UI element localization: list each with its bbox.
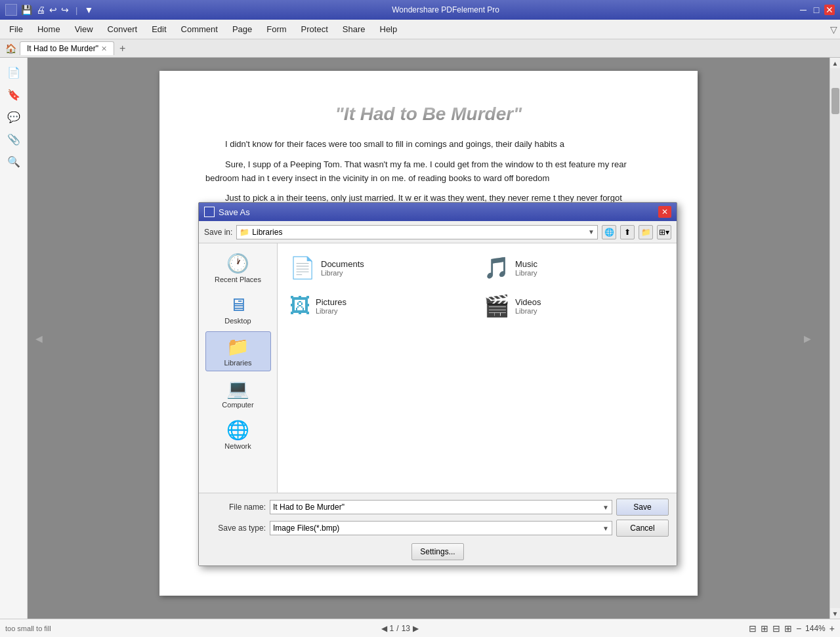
menu-page[interactable]: Page (226, 22, 259, 37)
tab-close-btn[interactable]: ✕ (101, 45, 107, 53)
menu-convert[interactable]: Convert (101, 22, 144, 37)
scroll-thumb[interactable] (831, 88, 839, 114)
file-item-music[interactable]: 🎵 Music Library (480, 251, 669, 284)
nav-recent-places[interactable]: 🕐 Recent Places (205, 249, 271, 287)
view-options-btn[interactable]: ⊞▾ (657, 225, 671, 239)
file-item-pictures[interactable]: 🖼 Pictures Library (285, 289, 474, 322)
view-icon-3[interactable]: ⊟ (772, 623, 780, 634)
cancel-button[interactable]: Cancel (616, 520, 669, 537)
nav-libraries[interactable]: 📁 Libraries (205, 331, 271, 371)
nav-libraries-label: Libraries (224, 359, 251, 367)
dialog-body: 🕐 Recent Places 🖥 Desktop 📁 Libraries (199, 243, 677, 493)
documents-info: Documents Library (321, 259, 364, 277)
file-name-value: It Had to Be Murder" (273, 503, 345, 512)
minimize-button[interactable]: ─ (798, 5, 808, 15)
title-bar: 💾 🖨 ↩ ↪ | ▼ Wondershare PDFelement Pro ─… (0, 0, 840, 20)
documents-type: Library (321, 269, 364, 277)
menu-protect[interactable]: Protect (295, 22, 335, 37)
file-name-input[interactable]: It Had to Be Murder" ▼ (270, 500, 612, 514)
tab-label: It Had to Be Murder" (27, 44, 98, 53)
save-type-dropdown[interactable]: Image Files(*.bmp) ▼ (270, 521, 612, 535)
toolbar-icon-redo[interactable]: ↪ (61, 5, 69, 15)
view-icon-1[interactable]: ⊟ (749, 623, 757, 634)
zoom-minus-btn[interactable]: − (796, 623, 801, 634)
music-name: Music (515, 259, 537, 269)
computer-icon: 💻 (226, 378, 249, 400)
tab-bar: 🏠 It Had to Be Murder" ✕ + (0, 39, 840, 58)
pictures-icon: 🖼 (289, 294, 310, 318)
file-item-videos[interactable]: 🎬 Videos Library (480, 289, 669, 322)
menu-share[interactable]: Share (336, 22, 372, 37)
zoom-level: 144% (805, 624, 826, 633)
comment-tool-btn[interactable]: 💬 (5, 108, 23, 126)
file-name-arrow: ▼ (602, 504, 609, 511)
toolbar-icon-save[interactable]: 💾 (21, 5, 32, 15)
nav-panel: 🕐 Recent Places 🖥 Desktop 📁 Libraries (199, 243, 278, 493)
menu-form[interactable]: Form (260, 22, 293, 37)
save-type-label: Save as type: (207, 524, 266, 533)
page-total: 13 (402, 624, 410, 633)
document-area: ◀ "It Had to Be Murder" I didn't know fo… (28, 58, 830, 619)
nav-network[interactable]: 🌐 Network (205, 415, 271, 454)
toolbar-dropdown[interactable]: ▼ (84, 5, 93, 15)
nav-desktop[interactable]: 🖥 Desktop (205, 290, 271, 329)
toolbar-icon-print[interactable]: 🖨 (36, 5, 45, 15)
videos-name: Videos (515, 297, 541, 307)
desktop-icon: 🖥 (229, 294, 247, 316)
menu-comment[interactable]: Comment (175, 22, 224, 37)
right-scrollbar: ▲ ▼ (830, 58, 840, 619)
file-name-label: File name: (207, 503, 266, 512)
save-type-row: Save as type: Image Files(*.bmp) ▼ Cance… (207, 520, 669, 537)
app-title: Wondershare PDFelement Pro (93, 5, 798, 14)
settings-button[interactable]: Settings... (411, 543, 463, 560)
save-button[interactable]: Save (616, 499, 669, 516)
menu-file[interactable]: File (3, 22, 30, 37)
menu-edit[interactable]: Edit (145, 22, 173, 37)
prev-page-arrow[interactable]: ◀ (381, 624, 387, 633)
search-tool-btn[interactable]: 🔍 (5, 152, 23, 171)
maximize-button[interactable]: □ (811, 5, 822, 15)
nav-computer[interactable]: 💻 Computer (205, 374, 271, 413)
menu-help[interactable]: Help (373, 22, 404, 37)
view-icon-2[interactable]: ⊞ (761, 623, 768, 634)
new-tab-btn[interactable]: + (116, 41, 129, 56)
folder-icon-sm: 📁 (240, 228, 249, 237)
close-button[interactable]: ✕ (824, 5, 835, 15)
bookmark-tool-btn[interactable]: 🔖 (5, 85, 23, 104)
dialog-footer: File name: It Had to Be Murder" ▼ Save S… (199, 493, 677, 565)
nav-up-btn[interactable]: ⬆ (620, 225, 635, 239)
pictures-type: Library (316, 307, 346, 315)
videos-info: Videos Library (515, 297, 541, 315)
music-icon: 🎵 (484, 255, 510, 280)
save-type-arrow: ▼ (602, 525, 609, 532)
next-page-arrow[interactable]: ▶ (413, 624, 419, 633)
main-area: 📄 🔖 💬 📎 🔍 ◀ "It Had to Be Murder" I didn… (0, 58, 840, 619)
create-folder-btn[interactable]: 📁 (639, 225, 653, 239)
settings-row: Settings... (207, 541, 669, 560)
status-text: too small to fill (5, 625, 51, 632)
menu-view[interactable]: View (68, 22, 100, 37)
scroll-down-btn[interactable]: ▼ (830, 608, 841, 619)
page-tool-btn[interactable]: 📄 (5, 63, 23, 81)
nav-network-label: Network (224, 442, 251, 450)
save-in-dropdown[interactable]: 📁 Libraries ▼ (236, 225, 598, 239)
attachment-tool-btn[interactable]: 📎 (5, 130, 23, 148)
menu-home[interactable]: Home (31, 22, 67, 37)
dialog-close-btn[interactable]: ✕ (658, 206, 671, 218)
zoom-plus-btn[interactable]: + (830, 623, 835, 634)
collapse-panel-btn[interactable]: ▽ (830, 24, 837, 35)
tab-document[interactable]: It Had to Be Murder" ✕ (20, 41, 114, 55)
file-item-documents[interactable]: 📄 Documents Library (285, 251, 474, 284)
home-tab-btn[interactable]: 🏠 (3, 41, 18, 56)
scroll-up-btn[interactable]: ▲ (830, 58, 841, 68)
documents-name: Documents (321, 259, 364, 269)
view-icon-4[interactable]: ⊞ (784, 623, 792, 634)
toolbar-icon-undo[interactable]: ↩ (49, 5, 57, 15)
dialog-toolbar: Save in: 📁 Libraries ▼ 🌐 ⬆ 📁 ⊞▾ (199, 221, 677, 243)
bottom-bar: too small to fill ◀ 1 / 13 ▶ ⊟ ⊞ ⊟ ⊞ − 1… (0, 619, 840, 637)
music-type: Library (515, 269, 537, 277)
nav-web-btn[interactable]: 🌐 (602, 225, 616, 239)
nav-desktop-label: Desktop (224, 317, 251, 325)
videos-icon: 🎬 (484, 293, 510, 318)
scroll-track[interactable] (830, 68, 841, 608)
